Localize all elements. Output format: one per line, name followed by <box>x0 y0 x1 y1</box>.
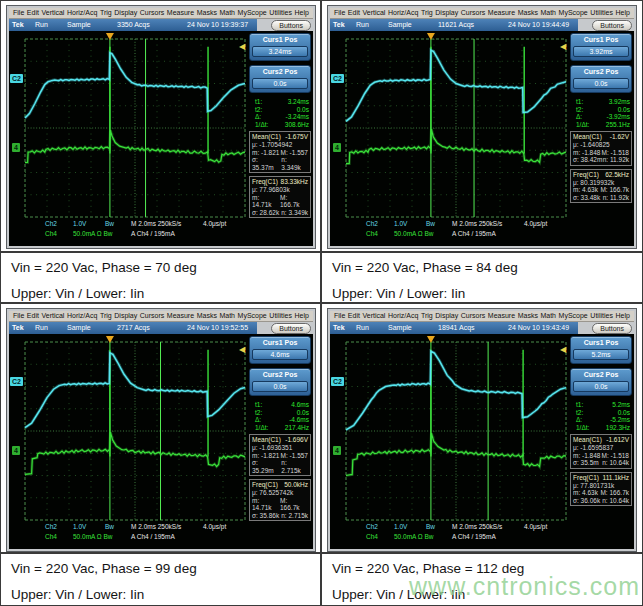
menu-item-trig[interactable]: Trig <box>100 311 112 321</box>
ch4-position-marker[interactable]: 4 <box>333 446 341 455</box>
curs2-pos-control[interactable]: Curs2 Pos 0.0s <box>249 65 311 93</box>
ch2-position-marker[interactable]: C2 <box>331 74 344 83</box>
menu-item-help[interactable]: Help <box>294 311 308 321</box>
menu-item-file[interactable]: File <box>13 311 24 321</box>
menu-item-horiz-acq[interactable]: Horiz/Acq <box>388 311 418 321</box>
delta-value: -3.24ms <box>286 113 309 121</box>
ch2-label: Ch2 <box>366 522 378 531</box>
menu-item-vertical[interactable]: Vertical <box>362 8 385 18</box>
curs1-pos-control[interactable]: Curs1 Pos 5.2ms <box>570 336 632 364</box>
menu-item-myscope[interactable]: MyScope <box>238 8 267 18</box>
cursor-readouts: t1:5.2ms t2:0.0s Δ:-5.2ms 1/Δt:192.3Hz <box>570 400 632 434</box>
curs2-pos-value[interactable]: 0.0s <box>252 381 308 392</box>
status-readouts: Tek Run Sample 11621 Acqs 24 Nov 10 19:4… <box>330 19 578 31</box>
menu-item-display[interactable]: Display <box>435 8 458 18</box>
menu-item-help[interactable]: Help <box>294 8 308 18</box>
menu-item-masks[interactable]: Masks <box>197 8 217 18</box>
mean-max: M: -1.557 <box>281 149 308 157</box>
menu-item-edit[interactable]: Edit <box>348 8 360 18</box>
freq-mu: μ: 77.96803k <box>252 186 308 194</box>
menu-item-measure[interactable]: Measure <box>488 8 515 18</box>
freq-min: m: 14.71k <box>252 497 280 512</box>
menu-item-math[interactable]: Math <box>540 8 556 18</box>
menu-item-myscope[interactable]: MyScope <box>559 311 588 321</box>
menu-item-edit[interactable]: Edit <box>27 311 39 321</box>
menu-item-cursors[interactable]: Cursors <box>140 311 165 321</box>
menu-item-utilities[interactable]: Utilities <box>269 8 292 18</box>
curs1-pos-control[interactable]: Curs1 Pos 3.24ms <box>249 33 311 61</box>
menu-item-horiz-acq[interactable]: Horiz/Acq <box>67 8 97 18</box>
buttons-button[interactable]: Buttons <box>271 20 311 31</box>
menu-item-trig[interactable]: Trig <box>421 311 433 321</box>
menu-item-utilities[interactable]: Utilities <box>590 311 613 321</box>
menu-item-edit[interactable]: Edit <box>348 311 360 321</box>
caption-conditions: Vin = 220 Vac, Phase = 84 deg <box>332 260 642 276</box>
curs2-pos-value[interactable]: 0.0s <box>252 78 308 89</box>
menu-item-file[interactable]: File <box>334 8 345 18</box>
curs1-pos-control[interactable]: Curs1 Pos 4.6ms <box>249 336 311 364</box>
buttons-button[interactable]: Buttons <box>271 323 311 334</box>
menu-item-utilities[interactable]: Utilities <box>590 8 613 18</box>
menu-item-masks[interactable]: Masks <box>518 311 538 321</box>
menu-item-utilities[interactable]: Utilities <box>269 311 292 321</box>
curs2-pos-control[interactable]: Curs2 Pos 0.0s <box>570 65 632 93</box>
mean-measurement-box: Mean(C1)-1.675V μ: -1.7054942 m: -1.821M… <box>249 131 311 173</box>
menu-item-myscope[interactable]: MyScope <box>559 8 588 18</box>
menu-item-measure[interactable]: Measure <box>167 311 194 321</box>
ch2-position-marker[interactable]: C2 <box>10 377 23 386</box>
menu-item-myscope[interactable]: MyScope <box>238 311 267 321</box>
menu-item-trig[interactable]: Trig <box>421 8 433 18</box>
menu-item-file[interactable]: File <box>334 311 345 321</box>
ch2-position-marker[interactable]: C2 <box>331 377 344 386</box>
curs1-pos-value[interactable]: 5.2ms <box>573 349 629 360</box>
ch2-position-marker[interactable]: C2 <box>10 74 23 83</box>
freq-sigma: σ: 33.48k <box>573 194 600 202</box>
menu-item-vertical[interactable]: Vertical <box>41 8 64 18</box>
menu-item-horiz-acq[interactable]: Horiz/Acq <box>388 8 418 18</box>
mean-min: m: -1.821 <box>252 149 279 157</box>
menu-item-display[interactable]: Display <box>114 8 137 18</box>
menu-item-measure[interactable]: Measure <box>167 8 194 18</box>
curs1-pos-control[interactable]: Curs1 Pos 3.92ms <box>570 33 632 61</box>
ch4-position-marker[interactable]: 4 <box>12 446 20 455</box>
menu-item-math[interactable]: Math <box>219 8 235 18</box>
menu-item-cursors[interactable]: Cursors <box>461 8 486 18</box>
curs1-pos-value[interactable]: 3.24ms <box>252 46 308 57</box>
curs2-pos-control[interactable]: Curs2 Pos 0.0s <box>570 368 632 396</box>
curs2-pos-value[interactable]: 0.0s <box>573 381 629 392</box>
freq-measurement-box: Freq(C1)62.5kHz μ: 80.319932k m: 4.63kM:… <box>570 169 632 204</box>
menu-item-vertical[interactable]: Vertical <box>362 311 385 321</box>
ch4-label: Ch4 <box>366 532 378 541</box>
menu-item-vertical[interactable]: Vertical <box>41 311 64 321</box>
curs2-pos-label: Curs2 Pos <box>573 68 629 76</box>
menu-item-help[interactable]: Help <box>615 311 629 321</box>
mean-sigma: σ: 35.5m <box>573 459 599 467</box>
menu-item-cursors[interactable]: Cursors <box>461 311 486 321</box>
freq-label: Freq(C1) <box>573 474 599 482</box>
ch4-position-marker[interactable]: 4 <box>333 143 341 152</box>
menu-item-edit[interactable]: Edit <box>27 8 39 18</box>
buttons-button[interactable]: Buttons <box>592 20 632 31</box>
menu-item-masks[interactable]: Masks <box>518 8 538 18</box>
menu-item-help[interactable]: Help <box>615 8 629 18</box>
curs1-pos-value[interactable]: 4.6ms <box>252 349 308 360</box>
menu-item-math[interactable]: Math <box>219 311 235 321</box>
menu-item-masks[interactable]: Masks <box>197 311 217 321</box>
ch4-position-marker[interactable]: 4 <box>12 143 20 152</box>
menu-item-horiz-acq[interactable]: Horiz/Acq <box>67 311 97 321</box>
menu-item-math[interactable]: Math <box>540 311 556 321</box>
mean-min: m: -1.821 <box>252 452 279 460</box>
menu-item-display[interactable]: Display <box>114 311 137 321</box>
buttons-button[interactable]: Buttons <box>592 323 632 334</box>
freq-measurement-box: Freq(C1)111.1kHz μ: 77.801731k m: 4.63kM… <box>570 472 632 507</box>
menu-item-display[interactable]: Display <box>435 311 458 321</box>
menu-item-measure[interactable]: Measure <box>488 311 515 321</box>
curs2-pos-control[interactable]: Curs2 Pos 0.0s <box>249 368 311 396</box>
curs2-pos-value[interactable]: 0.0s <box>573 78 629 89</box>
t1-label: t1: <box>576 401 583 409</box>
curs1-pos-value[interactable]: 3.92ms <box>573 46 629 57</box>
menu-item-file[interactable]: File <box>13 8 24 18</box>
inv-delta-value: 255.1Hz <box>606 121 630 129</box>
menu-item-trig[interactable]: Trig <box>100 8 112 18</box>
menu-item-cursors[interactable]: Cursors <box>140 8 165 18</box>
